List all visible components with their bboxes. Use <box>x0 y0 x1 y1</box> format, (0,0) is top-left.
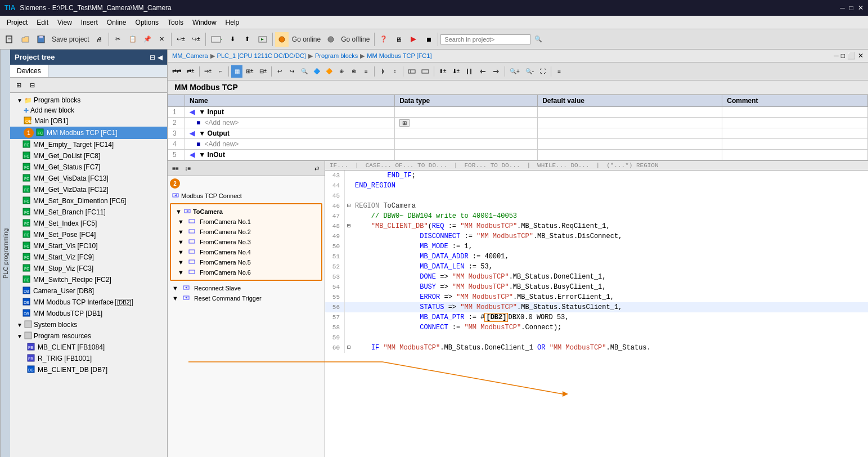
tree-item-mm-set-branch[interactable]: FC MM_Set_Branch [FC11] <box>10 207 167 218</box>
tree-item-mb-client-db-db7[interactable]: DB MB_CLIENT_DB [DB7] <box>10 364 167 375</box>
line-expand-60[interactable]: ⊟ <box>347 343 355 353</box>
menu-project[interactable]: Project <box>2 17 32 28</box>
copy-btn[interactable]: 📋 <box>126 32 140 47</box>
ed-btn-24[interactable]: ⛶ <box>537 65 548 78</box>
ed-btn-3[interactable]: ⌐ <box>215 65 226 78</box>
ed-btn-19[interactable] <box>463 65 475 78</box>
sim-btn[interactable] <box>255 32 270 47</box>
ed-btn-22[interactable]: 🔍+ <box>507 65 522 78</box>
ed-btn-20[interactable] <box>476 65 489 78</box>
from-camera-5[interactable]: ▼ FromCamera No.5 <box>173 257 319 267</box>
ed-btn-17[interactable]: ⬆± <box>437 65 449 78</box>
network-item-reconnect-slave[interactable]: ▼ Reconnect Slave <box>170 283 322 293</box>
tree-item-camera-user-db8[interactable]: DB Camera_User [DB8] <box>10 285 167 297</box>
ed-btn-16[interactable] <box>419 65 431 78</box>
tree-item-mm-get-status[interactable]: FC MM_Get_Status [FC7] <box>10 162 167 173</box>
tree-item-mm-set-box[interactable]: FC MM_Set_Box_Dimention [FC6] <box>10 195 167 207</box>
tree-view-btn2[interactable]: ⊟ <box>26 79 38 91</box>
tree-pin-btn[interactable]: ◀ <box>158 53 163 61</box>
ed-btn-10[interactable]: ⊕ <box>336 65 347 78</box>
tree-view-btn1[interactable]: ⊞ <box>12 79 25 91</box>
breadcrumb-mm-modbus-tcp[interactable]: MM Modbus TCP [FC1] <box>367 52 431 59</box>
menu-view[interactable]: View <box>53 17 77 28</box>
ed-btn-5[interactable]: ⊞± <box>244 65 256 78</box>
network-item-modbus-tcp-connect[interactable]: Modbus TCP Connect <box>170 191 322 201</box>
search-btn[interactable]: 🔍 <box>532 32 545 47</box>
tree-item-system-blocks[interactable]: ▼ System blocks <box>10 319 167 330</box>
breadcrumb-program-blocks[interactable]: Program blocks <box>315 52 358 59</box>
network-item-reset-command[interactable]: ▼ Reset Command Trigger <box>170 293 322 303</box>
ed-btn-15[interactable] <box>406 65 418 78</box>
ed-btn-arrow[interactable]: ⇒± <box>202 65 214 78</box>
panel-maximize-btn[interactable]: ⬜ <box>847 52 856 60</box>
panel-restore-btn[interactable]: □ <box>841 52 845 60</box>
tree-item-program-blocks[interactable]: ▼ 📁 Program blocks <box>10 95 167 105</box>
tree-item-add-new-block[interactable]: ✚ Add new block <box>10 105 167 115</box>
compile-btn[interactable] <box>208 32 225 47</box>
tree-item-mm-start-vis[interactable]: FC MM_Start_Vis [FC10] <box>10 240 167 252</box>
minimize-btn[interactable]: ─ <box>840 4 845 12</box>
datatype-btn[interactable]: ⊞ <box>399 119 410 127</box>
menu-online[interactable]: Online <box>102 17 131 28</box>
menu-insert[interactable]: Insert <box>77 17 102 28</box>
tree-item-mm-modbus-tcp-interface-db2[interactable]: DB MM Modbus TCP Interface [DB2] <box>10 297 167 308</box>
ed-btn-7[interactable]: 🔍 <box>299 65 310 78</box>
table-row-2[interactable]: 2 ■ <Add new> ⊞ <box>168 118 868 128</box>
menu-edit[interactable]: Edit <box>32 17 53 28</box>
tree-item-mm-start-viz[interactable]: FC MM_Start_Viz [FC9] <box>10 252 167 263</box>
from-camera-6[interactable]: ▼ FromCamera No.6 <box>173 267 319 277</box>
delete-btn[interactable]: ✕ <box>155 32 169 47</box>
tree-item-mm-set-pose[interactable]: FC MM_Set_Pose [FC4] <box>10 229 167 240</box>
breadcrumb-plc1[interactable]: PLC_1 [CPU 1211C DC/DC/DC] <box>217 52 306 59</box>
tree-item-r-trig-fb1001[interactable]: FB R_TRIG [FB1001] <box>10 353 167 364</box>
cut-btn[interactable]: ✂ <box>111 32 125 47</box>
ed-btn-18[interactable]: ⬇± <box>450 65 462 78</box>
maximize-btn[interactable]: □ <box>849 4 853 12</box>
tree-item-mm-stop-viz[interactable]: FC MM_Stop_Viz [FC3] <box>10 263 167 274</box>
redo-btn[interactable]: ↪± <box>189 32 203 47</box>
table-row-4[interactable]: 4 ■ <Add new> <box>168 139 868 150</box>
go-online-btn[interactable] <box>275 32 289 47</box>
network-toolbar-btn1[interactable]: ≡≡ <box>170 162 181 174</box>
from-camera-4[interactable]: ▼ FromCamera No.4 <box>173 247 319 257</box>
download-btn[interactable]: ⬇ <box>226 32 240 47</box>
close-btn[interactable]: ✕ <box>858 4 863 12</box>
tree-item-mm-get-vizdata[interactable]: FC MM_Get_VizData [FC12] <box>10 184 167 195</box>
ed-btn-14[interactable]: ↕ <box>389 65 401 78</box>
ed-btn-1[interactable]: ⇄⇄ <box>170 65 183 78</box>
print-btn[interactable]: 🖨 <box>93 32 106 47</box>
save-btn[interactable] <box>34 32 48 47</box>
ed-btn-2[interactable]: ⇄± <box>185 65 197 78</box>
breadcrumb-mm-camera[interactable]: MM_Camera <box>172 52 208 59</box>
from-camera-2[interactable]: ▼ FromCamera No.2 <box>173 227 319 237</box>
from-camera-1[interactable]: ▼ FromCamera No.1 <box>173 217 319 227</box>
code-editor[interactable]: 43 END_IF; 44 END_REGION 45 <box>325 171 868 457</box>
ed-btn-11[interactable]: ⊗ <box>348 65 359 78</box>
ed-btn-undo[interactable]: ↩ <box>274 65 285 78</box>
tree-item-mm-set-index[interactable]: FC MM_Set_Index [FC5] <box>10 218 167 229</box>
ed-btn-25[interactable]: ≡ <box>554 65 565 78</box>
tree-item-mm-modbus-tcp-fc1[interactable]: 1 FC MM Modbus TCP [FC1] <box>10 127 167 139</box>
network-swap-btn[interactable]: ⇄ <box>311 162 322 174</box>
search-input[interactable] <box>440 34 530 44</box>
tree-item-program-resources[interactable]: ▼ Program resources <box>10 330 167 342</box>
new-btn[interactable] <box>2 32 17 47</box>
tree-item-mm-empty-target[interactable]: FC MM_Empty_ Target [FC14] <box>10 139 167 150</box>
ed-btn-8[interactable]: 🔷 <box>311 65 322 78</box>
ed-btn-9[interactable]: 🔶 <box>323 65 335 78</box>
to-camera-header[interactable]: ▼ ToCamera <box>173 207 319 217</box>
ed-btn-21[interactable] <box>490 65 502 78</box>
upload-btn[interactable]: ⬆ <box>241 32 254 47</box>
tree-item-mm-get-dolist[interactable]: FC MM_Get_DoList [FC8] <box>10 150 167 162</box>
ed-btn-23[interactable]: 🔍- <box>523 65 536 78</box>
panel-close-btn[interactable]: ✕ <box>858 52 863 60</box>
line-expand-48[interactable]: ⊟ <box>347 221 355 231</box>
tree-item-mm-switch-recipe[interactable]: FC MM_Switch_Recipe [FC2] <box>10 274 167 285</box>
ed-btn-13[interactable]: ≬ <box>377 65 388 78</box>
force-btn[interactable] <box>406 32 421 47</box>
line-expand-46[interactable]: ⊟ <box>347 201 355 211</box>
tree-item-mm-modbustcp-db1[interactable]: DB MM ModbusTCP [DB1] <box>10 308 167 319</box>
menu-window[interactable]: Window <box>188 17 221 28</box>
tree-item-mm-get-visdata[interactable]: FC MM_Get_VisData [FC13] <box>10 173 167 184</box>
tree-item-main-ob1[interactable]: OB Main [OB1] <box>10 115 167 127</box>
